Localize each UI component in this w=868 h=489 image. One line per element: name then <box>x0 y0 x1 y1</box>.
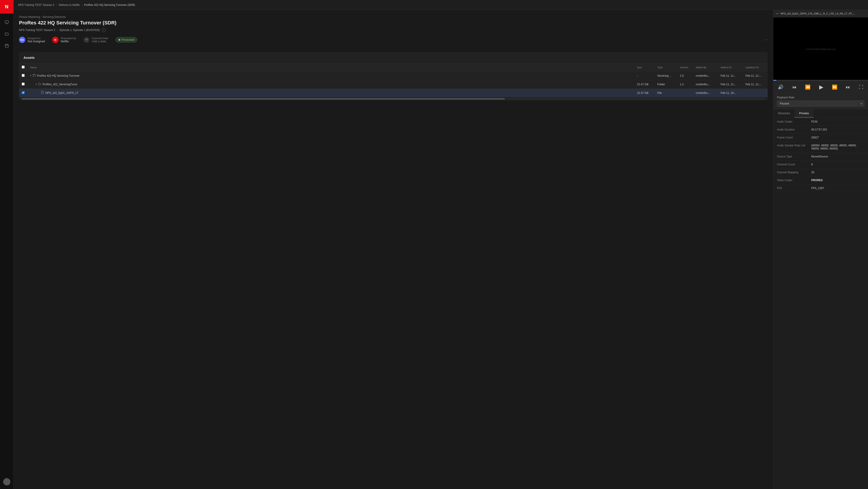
metadata-value: 25827 <box>811 136 819 139</box>
table-row[interactable]: ▾ProRes_422_ServicingTurno22.47 GBFolder… <box>19 80 768 89</box>
assigned-avatar[interactable]: NA <box>19 37 25 43</box>
svg-rect-11 <box>33 75 35 77</box>
sidebar-item-play[interactable] <box>2 17 12 27</box>
user-avatar[interactable] <box>3 478 10 485</box>
breadcrumb-item-1[interactable]: NPS Training TEST: Season 2 <box>18 3 55 6</box>
fullscreen-button[interactable]: ⛶ <box>858 84 864 91</box>
volume-button[interactable]: 🔊 <box>777 83 784 91</box>
assets-header: Assets <box>19 52 768 63</box>
row-type: File <box>655 89 677 97</box>
page-subtitle: Picture Mastering - Servicing Elements <box>19 16 768 19</box>
metadata-value: FPS_2397 <box>811 186 824 190</box>
row-name: ProRes_422_ServicingTurno <box>42 83 77 86</box>
row-type: Folder <box>655 80 677 89</box>
rewind-far-button[interactable]: ⏮ <box>791 84 798 91</box>
forward-far-button[interactable]: ⏭ <box>845 84 851 91</box>
breadcrumb-item-2[interactable]: Delivery to Netflix <box>59 3 80 6</box>
svg-rect-0 <box>5 21 8 23</box>
metadata-value: [48000, 48000, 48000, 48000, 48000, 4800… <box>811 144 864 150</box>
metadata-key: Audio Sample Rate List <box>777 144 809 147</box>
th-added-on: Added On <box>718 63 743 71</box>
playback-rate-select[interactable]: Paused 0.5x 1x 1.5x 2x <box>777 100 864 107</box>
video-progress-track[interactable] <box>773 80 868 81</box>
arrow-icon: ↦ <box>776 12 779 16</box>
metadata-value: PRORES <box>811 179 823 182</box>
player-header: ↦ NPS_s02_Ep01_23976_178_1080_L_R_C_LFE_… <box>773 10 868 18</box>
th-name[interactable]: Name <box>27 63 634 71</box>
requested-text: Requested by Netflix <box>61 37 76 43</box>
folder-icon <box>38 82 41 86</box>
breadcrumb: NPS Training TEST: Season 2 / Delivery t… <box>13 0 868 10</box>
info-icon[interactable]: i <box>102 28 106 32</box>
row-checkbox[interactable] <box>22 83 25 86</box>
metadata-value: MuxedSource <box>811 155 828 158</box>
left-panel: Picture Mastering - Servicing Elements P… <box>13 10 773 489</box>
horizontal-scrollbar[interactable] <box>19 97 768 100</box>
metadata-row: Audio Sample Rate List[48000, 48000, 480… <box>773 142 868 153</box>
requested-label: Requested by <box>61 37 76 39</box>
status-badge: Processed <box>116 37 137 42</box>
th-checkbox <box>19 63 27 71</box>
row-name: NPS_s02_Ep01_23976_17 <box>45 91 78 94</box>
player-filename: NPS_s02_Ep01_23976_178_1080_L_R_C_LFE_LS… <box>780 12 856 15</box>
tab-metadata[interactable]: Metadata <box>773 109 795 118</box>
sidebar-item-calendar[interactable] <box>2 41 12 51</box>
episode-info: NPS Training TEST: Season 2 | Episode 1:… <box>19 28 768 32</box>
scroll-thumb[interactable] <box>22 98 505 99</box>
video-area[interactable]: contenthubkarl@gmail.com <box>773 18 868 81</box>
row-added-by: contenthu... <box>693 71 718 80</box>
expected-date-item: Expected Date Add a date <box>84 37 108 43</box>
sidebar: N <box>0 0 13 489</box>
right-panel: ↦ NPS_s02_Ep01_23976_178_1080_L_R_C_LFE_… <box>773 10 868 489</box>
table-row[interactable]: NPS_s02_Ep01_23976_1722.47 GBFilecontent… <box>19 89 768 97</box>
tab-proxies[interactable]: Proxies <box>795 109 813 118</box>
file-icon <box>41 91 44 95</box>
requested-avatar[interactable]: N <box>52 37 59 43</box>
th-updated-on: Updated On <box>743 63 768 71</box>
metadata-key: Channel Mapping <box>777 171 809 174</box>
row-version <box>677 89 693 97</box>
status-dot <box>119 39 120 41</box>
calendar-icon <box>84 37 90 43</box>
metadata-row: FPSFPS_2397 <box>773 184 868 192</box>
row-checkbox[interactable] <box>22 74 25 77</box>
sidebar-nav <box>2 13 12 478</box>
select-all-checkbox[interactable] <box>22 65 25 68</box>
playback-rate-section: Playback Rate Paused 0.5x 1x 1.5x 2x <box>773 94 868 109</box>
more-options-button[interactable]: ··· <box>765 38 768 42</box>
metadata-row: Channel Mapping20 <box>773 169 868 176</box>
rewind-button[interactable]: ⏪ <box>804 83 811 91</box>
assets-table: Name Size Type Version Added By Added On… <box>19 63 768 97</box>
app-logo[interactable]: N <box>0 0 13 13</box>
video-watermark: contenthubkarl@gmail.com <box>806 48 836 51</box>
row-checkbox[interactable] <box>22 91 25 94</box>
row-size: - <box>634 71 655 80</box>
video-progress-fill <box>773 80 776 81</box>
row-name: ProRes 422 HQ Servicing Turnover <box>37 74 80 77</box>
metadata-value: 8 <box>811 163 813 166</box>
metadata-row: Channel Count8 <box>773 161 868 169</box>
breadcrumb-item-3[interactable]: ProRes 422 HQ Servicing Turnover (SDR) <box>84 3 135 6</box>
metadata-key: Frame Count <box>777 136 809 139</box>
season-label: NPS Training TEST: Season 2 <box>19 29 55 32</box>
expand-button[interactable]: ▾ <box>30 75 31 77</box>
expected-date-value[interactable]: Add a date <box>92 39 108 43</box>
forward-button[interactable]: ⏩ <box>831 83 838 91</box>
sidebar-item-folder[interactable] <box>2 29 12 39</box>
row-size: 22.47 GB <box>634 89 655 97</box>
row-size: 22.47 GB <box>634 80 655 89</box>
row-added-on: Feb 11, 10:... <box>718 89 743 97</box>
metadata-key: FPS <box>777 186 809 190</box>
table-row[interactable]: ▾ProRes 422 HQ Servicing Turnover-Servic… <box>19 71 768 80</box>
assigned-to-item: NA Assigned to Not Assigned <box>19 37 45 43</box>
th-version: Version <box>677 63 693 71</box>
th-added-by: Added By <box>693 63 718 71</box>
status-label: Processed <box>122 38 134 41</box>
metadata-row: Audio CodecPCM <box>773 118 868 126</box>
episode-label: Episode 1: Episode 1 (81457632) <box>60 29 100 32</box>
assigned-value[interactable]: Not Assigned <box>28 39 45 43</box>
row-added-on: Feb 11, 11:... <box>718 71 743 80</box>
metadata-value: 00:17:57.201 <box>811 128 827 131</box>
play-button[interactable]: ▶ <box>818 83 824 91</box>
expand-button[interactable]: ▾ <box>35 83 37 86</box>
